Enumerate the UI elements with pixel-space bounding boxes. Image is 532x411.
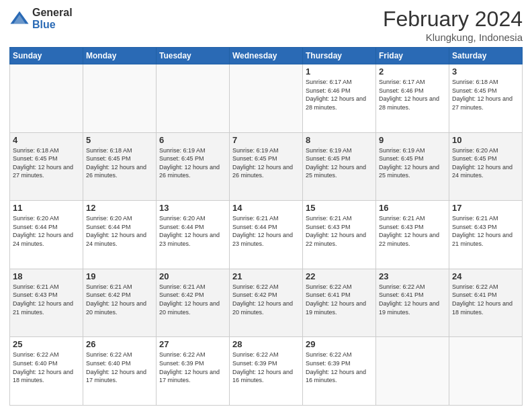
table-row — [376, 337, 449, 406]
header-tuesday: Tuesday — [157, 48, 230, 64]
day-number: 13 — [159, 203, 226, 213]
day-number: 16 — [379, 203, 446, 213]
day-info: Sunrise: 6:20 AM Sunset: 6:44 PM Dayligh… — [86, 214, 153, 248]
table-row — [83, 64, 157, 133]
calendar-week-row: 11Sunrise: 6:20 AM Sunset: 6:44 PM Dayli… — [10, 201, 523, 269]
table-row: 28Sunrise: 6:22 AM Sunset: 6:39 PM Dayli… — [230, 337, 303, 406]
day-info: Sunrise: 6:22 AM Sunset: 6:41 PM Dayligh… — [306, 283, 373, 316]
table-row: 13Sunrise: 6:20 AM Sunset: 6:44 PM Dayli… — [157, 201, 230, 269]
table-row: 25Sunrise: 6:22 AM Sunset: 6:40 PM Dayli… — [10, 337, 83, 406]
day-info: Sunrise: 6:22 AM Sunset: 6:41 PM Dayligh… — [452, 283, 519, 316]
table-row: 12Sunrise: 6:20 AM Sunset: 6:44 PM Dayli… — [83, 201, 157, 269]
day-info: Sunrise: 6:22 AM Sunset: 6:41 PM Dayligh… — [379, 283, 446, 316]
table-row: 20Sunrise: 6:21 AM Sunset: 6:42 PM Dayli… — [157, 269, 230, 337]
day-number: 29 — [306, 339, 373, 349]
calendar-table: Sunday Monday Tuesday Wednesday Thursday… — [9, 47, 523, 406]
logo-icon — [9, 9, 30, 29]
table-row: 17Sunrise: 6:21 AM Sunset: 6:43 PM Dayli… — [449, 201, 523, 269]
table-row: 10Sunrise: 6:20 AM Sunset: 6:45 PM Dayli… — [449, 132, 523, 201]
header-friday: Friday — [376, 48, 449, 64]
header-wednesday: Wednesday — [230, 48, 303, 64]
table-row: 7Sunrise: 6:19 AM Sunset: 6:45 PM Daylig… — [230, 132, 303, 201]
calendar-week-row: 25Sunrise: 6:22 AM Sunset: 6:40 PM Dayli… — [10, 337, 523, 406]
table-row: 16Sunrise: 6:21 AM Sunset: 6:43 PM Dayli… — [376, 201, 449, 269]
day-number: 23 — [379, 271, 446, 281]
logo-general: General — [32, 7, 73, 19]
day-info: Sunrise: 6:18 AM Sunset: 6:45 PM Dayligh… — [452, 78, 519, 111]
table-row: 1Sunrise: 6:17 AM Sunset: 6:46 PM Daylig… — [303, 64, 376, 133]
day-info: Sunrise: 6:19 AM Sunset: 6:45 PM Dayligh… — [159, 146, 226, 180]
day-number: 17 — [452, 203, 519, 213]
table-row — [230, 64, 303, 133]
day-info: Sunrise: 6:18 AM Sunset: 6:45 PM Dayligh… — [13, 146, 80, 180]
table-row: 18Sunrise: 6:21 AM Sunset: 6:43 PM Dayli… — [10, 269, 83, 337]
day-info: Sunrise: 6:22 AM Sunset: 6:40 PM Dayligh… — [13, 351, 80, 384]
day-number: 26 — [86, 339, 153, 349]
day-info: Sunrise: 6:19 AM Sunset: 6:45 PM Dayligh… — [379, 146, 446, 180]
day-number: 28 — [232, 339, 300, 349]
table-row: 4Sunrise: 6:18 AM Sunset: 6:45 PM Daylig… — [10, 132, 83, 201]
day-info: Sunrise: 6:21 AM Sunset: 6:42 PM Dayligh… — [86, 283, 153, 316]
table-row: 22Sunrise: 6:22 AM Sunset: 6:41 PM Dayli… — [303, 269, 376, 337]
table-row — [449, 337, 523, 406]
table-row: 15Sunrise: 6:21 AM Sunset: 6:43 PM Dayli… — [303, 201, 376, 269]
table-row: 24Sunrise: 6:22 AM Sunset: 6:41 PM Dayli… — [449, 269, 523, 337]
day-info: Sunrise: 6:20 AM Sunset: 6:45 PM Dayligh… — [452, 146, 519, 180]
day-info: Sunrise: 6:22 AM Sunset: 6:42 PM Dayligh… — [232, 283, 300, 316]
day-number: 27 — [159, 339, 226, 349]
day-info: Sunrise: 6:18 AM Sunset: 6:45 PM Dayligh… — [86, 146, 153, 180]
day-number: 8 — [306, 135, 373, 145]
table-row — [157, 64, 230, 133]
main-title: February 2024 — [383, 7, 523, 32]
day-info: Sunrise: 6:22 AM Sunset: 6:39 PM Dayligh… — [306, 351, 373, 384]
table-row: 14Sunrise: 6:21 AM Sunset: 6:44 PM Dayli… — [230, 201, 303, 269]
day-number: 22 — [306, 271, 373, 281]
logo-blue: Blue — [32, 19, 73, 31]
day-number: 18 — [13, 271, 80, 281]
page: General Blue February 2024 Klungkung, In… — [0, 0, 532, 411]
header-sunday: Sunday — [10, 48, 83, 64]
day-number: 21 — [232, 271, 300, 281]
header: General Blue February 2024 Klungkung, In… — [9, 7, 523, 43]
table-row: 6Sunrise: 6:19 AM Sunset: 6:45 PM Daylig… — [157, 132, 230, 201]
day-number: 2 — [379, 66, 446, 77]
header-monday: Monday — [83, 48, 157, 64]
day-info: Sunrise: 6:20 AM Sunset: 6:44 PM Dayligh… — [13, 214, 80, 248]
day-info: Sunrise: 6:21 AM Sunset: 6:43 PM Dayligh… — [452, 214, 519, 248]
day-info: Sunrise: 6:17 AM Sunset: 6:46 PM Dayligh… — [306, 78, 373, 111]
table-row: 19Sunrise: 6:21 AM Sunset: 6:42 PM Dayli… — [83, 269, 157, 337]
table-row: 29Sunrise: 6:22 AM Sunset: 6:39 PM Dayli… — [303, 337, 376, 406]
day-number: 9 — [379, 135, 446, 145]
table-row: 26Sunrise: 6:22 AM Sunset: 6:40 PM Dayli… — [83, 337, 157, 406]
day-number: 24 — [452, 271, 519, 281]
table-row: 3Sunrise: 6:18 AM Sunset: 6:45 PM Daylig… — [449, 64, 523, 133]
table-row: 11Sunrise: 6:20 AM Sunset: 6:44 PM Dayli… — [10, 201, 83, 269]
day-info: Sunrise: 6:21 AM Sunset: 6:43 PM Dayligh… — [13, 283, 80, 316]
day-number: 1 — [306, 66, 373, 77]
day-info: Sunrise: 6:22 AM Sunset: 6:39 PM Dayligh… — [159, 351, 226, 384]
day-number: 12 — [86, 203, 153, 213]
day-info: Sunrise: 6:17 AM Sunset: 6:46 PM Dayligh… — [379, 78, 446, 111]
header-thursday: Thursday — [303, 48, 376, 64]
table-row: 23Sunrise: 6:22 AM Sunset: 6:41 PM Dayli… — [376, 269, 449, 337]
day-info: Sunrise: 6:21 AM Sunset: 6:43 PM Dayligh… — [379, 214, 446, 248]
header-saturday: Saturday — [449, 48, 523, 64]
day-number: 4 — [13, 135, 80, 145]
table-row — [10, 64, 83, 133]
day-number: 14 — [232, 203, 300, 213]
day-number: 11 — [13, 203, 80, 213]
table-row: 9Sunrise: 6:19 AM Sunset: 6:45 PM Daylig… — [376, 132, 449, 201]
calendar-week-row: 1Sunrise: 6:17 AM Sunset: 6:46 PM Daylig… — [10, 64, 523, 133]
day-info: Sunrise: 6:21 AM Sunset: 6:43 PM Dayligh… — [306, 214, 373, 248]
day-number: 19 — [86, 271, 153, 281]
table-row: 5Sunrise: 6:18 AM Sunset: 6:45 PM Daylig… — [83, 132, 157, 201]
day-info: Sunrise: 6:19 AM Sunset: 6:45 PM Dayligh… — [306, 146, 373, 180]
day-info: Sunrise: 6:19 AM Sunset: 6:45 PM Dayligh… — [232, 146, 300, 180]
day-info: Sunrise: 6:21 AM Sunset: 6:42 PM Dayligh… — [159, 283, 226, 316]
day-number: 10 — [452, 135, 519, 145]
day-number: 15 — [306, 203, 373, 213]
table-row: 8Sunrise: 6:19 AM Sunset: 6:45 PM Daylig… — [303, 132, 376, 201]
day-number: 6 — [159, 135, 226, 145]
day-info: Sunrise: 6:22 AM Sunset: 6:40 PM Dayligh… — [86, 351, 153, 384]
day-number: 7 — [232, 135, 300, 145]
